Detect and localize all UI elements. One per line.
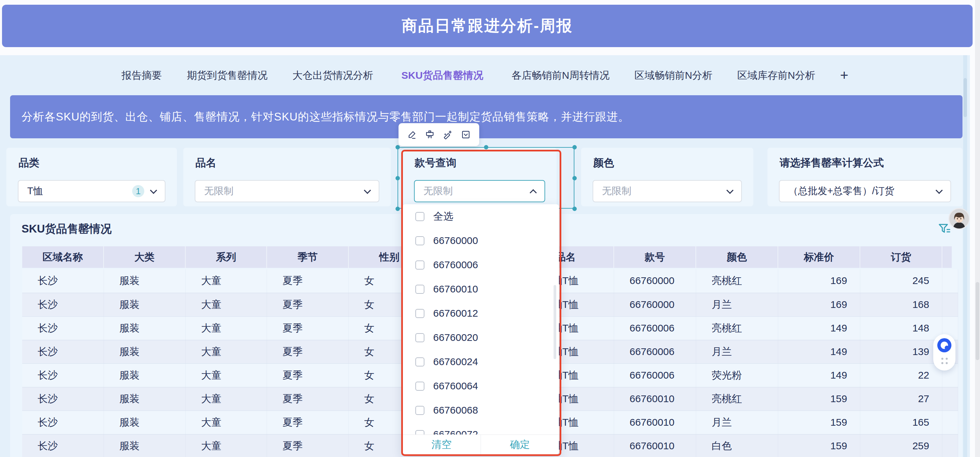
dropdown-scrollbar[interactable] <box>554 285 556 359</box>
dropdown-option-7[interactable]: 66760068 <box>402 398 559 422</box>
option-label: 66760064 <box>433 380 478 392</box>
tab-2[interactable]: 大仓出货情况分析 <box>293 69 373 82</box>
tab-6[interactable]: 区域库存前N分析 <box>737 69 815 82</box>
tab-1[interactable]: 期货到货售罄情况 <box>187 69 268 82</box>
select-style-icon[interactable] <box>461 130 471 139</box>
table-cell: 大童 <box>186 317 267 340</box>
drag-handle-icon[interactable] <box>941 358 948 364</box>
magic-wand-icon[interactable] <box>443 130 453 139</box>
clear-button[interactable]: 清空 <box>402 435 480 454</box>
table-cell: 66760006 <box>614 364 696 387</box>
table-cell: 长沙 <box>22 269 104 293</box>
tab-3[interactable]: SKU货品售罄情况 <box>398 64 487 88</box>
option-label: 66760024 <box>433 356 478 368</box>
dropdown-option-3[interactable]: 66760012 <box>402 301 559 325</box>
select-all-option[interactable]: 全选 <box>402 204 559 228</box>
table-cell: 服装 <box>104 364 186 387</box>
table-cell: 大童 <box>186 364 267 387</box>
table-cell: 159 <box>778 435 860 457</box>
checkbox-icon[interactable] <box>415 309 425 318</box>
page: 商品日常跟进分析-周报 报告摘要期货到货售罄情况大仓出货情况分析SKU货品售罄情… <box>0 0 980 457</box>
column-header: 季节 <box>267 246 349 268</box>
page-scrollbar-track[interactable] <box>975 0 980 457</box>
edit-icon[interactable] <box>407 130 417 139</box>
checkbox-icon[interactable] <box>415 357 425 366</box>
table-cell: 259 <box>860 435 942 457</box>
table-cell: 148 <box>860 317 942 340</box>
style-no-select[interactable]: 无限制 <box>414 180 545 202</box>
chat-bubble-icon[interactable] <box>937 338 951 352</box>
selection-handle[interactable] <box>396 145 400 149</box>
table-cell: 长沙 <box>22 340 104 363</box>
table-cell: 长沙 <box>22 317 104 340</box>
checkbox-icon[interactable] <box>415 285 425 294</box>
column-header: 订货 <box>860 246 942 268</box>
selection-handle[interactable] <box>573 176 577 181</box>
filter-funnel-icon[interactable] <box>938 223 950 235</box>
selection-handle[interactable] <box>573 207 577 211</box>
tab-0[interactable]: 报告摘要 <box>122 69 162 82</box>
table-cell: 长沙 <box>22 411 104 434</box>
dropdown-option-6[interactable]: 66760064 <box>402 374 559 398</box>
table-cell: 大童 <box>186 293 267 316</box>
checkbox-icon[interactable] <box>415 260 425 270</box>
checkbox-icon[interactable] <box>415 236 425 245</box>
checkbox-icon[interactable] <box>415 430 425 435</box>
filter-label: 品名 <box>196 156 216 170</box>
filter-card-color: 颜色 无限制 <box>581 148 753 206</box>
selection-handle[interactable] <box>396 207 400 211</box>
content-scrollbar-thumb[interactable] <box>964 78 967 117</box>
add-tab-button[interactable]: + <box>840 68 848 82</box>
checkbox-icon[interactable] <box>415 406 425 415</box>
table-cell: 夏季 <box>267 411 349 434</box>
sellout-formula-select[interactable]: （总批发+总零售）/订货 <box>779 180 951 202</box>
checkbox-icon[interactable] <box>415 382 425 391</box>
checkbox-icon[interactable] <box>415 212 425 221</box>
table-cell: 大童 <box>186 340 267 363</box>
tab-5[interactable]: 区域畅销前N分析 <box>635 69 713 82</box>
color-select[interactable]: 无限制 <box>593 180 742 202</box>
chevron-up-icon <box>530 189 537 196</box>
product-name-select[interactable]: 无限制 <box>195 180 379 202</box>
brush-icon[interactable] <box>425 130 434 139</box>
table-cell: 月兰 <box>696 411 778 434</box>
dropdown-option-4[interactable]: 66760020 <box>402 325 559 350</box>
selection-handle[interactable] <box>396 176 400 181</box>
tab-4[interactable]: 各店畅销前N周转情况 <box>512 69 610 82</box>
page-scrollbar-thumb[interactable] <box>976 282 979 360</box>
table-cell: 服装 <box>104 340 186 363</box>
column-header: 系列 <box>186 246 267 268</box>
table-cell <box>942 293 958 316</box>
floating-assistant-pill <box>933 334 955 371</box>
color-placeholder: 无限制 <box>602 184 631 198</box>
confirm-button[interactable]: 确定 <box>481 435 559 454</box>
description-text: 分析各SKU的到货、出仓、铺店、售罄情况，针对SKU的这些指标情况与零售部门一起… <box>10 109 630 125</box>
option-label: 66760000 <box>433 235 478 246</box>
style-no-dropdown: 全选66760000667600066676001066760012667600… <box>402 204 559 454</box>
widget-toolbar <box>399 123 479 146</box>
dropdown-option-partial[interactable]: 66760072 <box>402 422 559 435</box>
sellout-formula-value: （总批发+总零售）/订货 <box>788 184 894 198</box>
table-cell: 夏季 <box>267 387 349 411</box>
table-cell: 66760010 <box>614 387 696 411</box>
option-label: 66760068 <box>433 404 478 416</box>
table-cell: 服装 <box>104 317 186 340</box>
table-cell: 夏季 <box>267 293 349 316</box>
dropdown-option-1[interactable]: 66760006 <box>402 253 559 277</box>
table-cell <box>942 411 958 434</box>
selection-handle[interactable] <box>484 145 488 149</box>
table-title: SKU货品售罄情况 <box>22 221 111 236</box>
table-cell: 月兰 <box>696 293 778 316</box>
filter-label: 品类 <box>19 156 39 170</box>
selection-handle[interactable] <box>573 145 577 149</box>
dropdown-option-5[interactable]: 66760024 <box>402 350 559 374</box>
category-value: T恤 <box>27 184 43 198</box>
dropdown-option-0[interactable]: 66760000 <box>402 228 559 253</box>
assistant-avatar[interactable] <box>948 208 970 230</box>
dropdown-option-2[interactable]: 66760010 <box>402 277 559 301</box>
option-label: 66760010 <box>433 283 478 295</box>
category-select[interactable]: T恤 1 <box>18 180 165 202</box>
table-cell: 149 <box>778 317 860 340</box>
checkbox-icon[interactable] <box>415 333 425 342</box>
table-cell <box>942 269 958 293</box>
